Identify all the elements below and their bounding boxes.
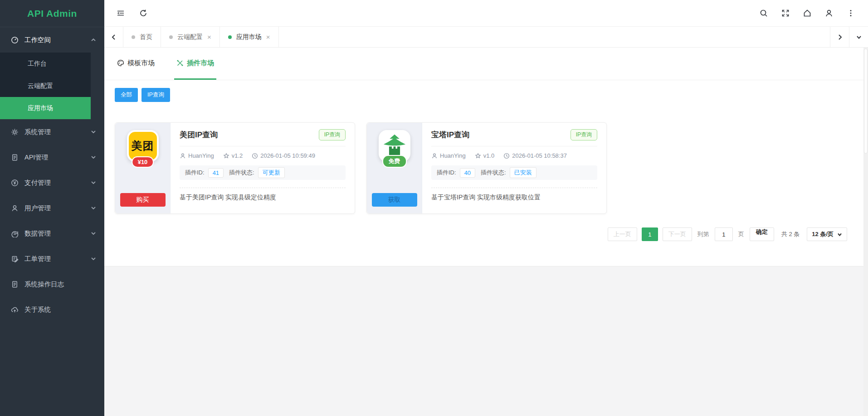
plugin-title: 美团IP查询 xyxy=(180,130,218,140)
price-badge: 免费 xyxy=(382,155,407,168)
sidebar-item-cloud-config[interactable]: 云端配置 xyxy=(0,75,91,97)
tabs-menu-dropdown[interactable] xyxy=(849,27,868,47)
plugin-status-value: 已安装 xyxy=(510,167,536,178)
next-page-button[interactable]: 下一页 xyxy=(663,227,692,241)
sidebar-item-user-mgmt[interactable]: 用户管理 xyxy=(0,195,104,221)
jump-confirm-button[interactable]: 确定 xyxy=(750,227,774,241)
market-tab-label: 插件市场 xyxy=(187,59,214,68)
refresh-icon[interactable] xyxy=(139,9,148,18)
tab-app-market[interactable]: 应用市场 × xyxy=(220,27,279,47)
fullscreen-icon[interactable] xyxy=(781,9,790,18)
tab-dot xyxy=(132,35,135,39)
plugin-meta: HuanYing v1.2 2026-01-05 10:59:49 xyxy=(180,152,346,159)
sidebar-item-about-system[interactable]: 关于系统 xyxy=(0,297,104,322)
sidebar-item-label: 关于系统 xyxy=(24,305,51,314)
version-text: v1.0 xyxy=(483,152,495,159)
tab-label: 首页 xyxy=(140,33,152,41)
sidebar-item-operation-log[interactable]: 系统操作日志 xyxy=(0,271,104,297)
version-star-icon xyxy=(223,153,229,159)
tab-home[interactable]: 首页 xyxy=(123,27,161,47)
plugin-status-label: 插件状态: xyxy=(229,169,254,177)
palette-icon xyxy=(117,59,124,67)
filter-all-button[interactable]: 全部 xyxy=(115,88,138,102)
plugin-card-baota: 免费 获取 宝塔IP查询 IP查询 HuanYing xyxy=(366,122,607,214)
page-tabs-bar: 首页 云端配置 × 应用市场 × xyxy=(104,27,868,48)
category-tag: IP查询 xyxy=(571,129,597,140)
sidebar-item-app-market[interactable]: 应用市场 xyxy=(0,97,91,119)
menu-collapse-icon[interactable] xyxy=(116,9,125,18)
page-1-button[interactable]: 1 xyxy=(642,227,658,241)
filter-ip-query-button[interactable]: IP查询 xyxy=(141,88,170,102)
card-left-panel: 免费 获取 xyxy=(367,123,422,213)
clock-icon xyxy=(503,153,510,159)
chevron-up-icon xyxy=(91,37,96,43)
sidebar-item-workbench[interactable]: 工作台 xyxy=(0,53,91,75)
jump-prefix-label: 到第 xyxy=(697,230,709,238)
plugin-id-value: 40 xyxy=(460,168,475,178)
close-icon[interactable]: × xyxy=(207,34,211,40)
vertical-scrollbar[interactable] xyxy=(863,48,868,416)
tab-template-market[interactable]: 模板市场 xyxy=(115,48,157,80)
author-name: HuanYing xyxy=(188,152,214,159)
tab-dot xyxy=(228,35,232,39)
sidebar-item-label: 用户管理 xyxy=(24,204,51,213)
plugin-status-value: 可更新 xyxy=(258,167,285,178)
sidebar-item-label: API管理 xyxy=(24,153,48,162)
chevron-down-icon xyxy=(91,180,96,185)
prev-page-button[interactable]: 上一页 xyxy=(608,227,637,241)
jump-page-input[interactable] xyxy=(715,227,733,241)
tab-label: 云端配置 xyxy=(177,33,203,41)
card-body: 宝塔IP查询 IP查询 HuanYing v1.0 2026-01-05 10:… xyxy=(422,123,606,213)
chevron-down-icon xyxy=(91,205,96,211)
sidebar-item-label: 系统操作日志 xyxy=(24,280,64,289)
sidebar-item-label: 系统管理 xyxy=(24,128,51,136)
tab-label: 应用市场 xyxy=(236,33,262,41)
plugin-info-bar: 插件ID: 41 插件状态: 可更新 xyxy=(180,165,346,180)
version-star-icon xyxy=(475,153,481,159)
scrollbar-thumb[interactable] xyxy=(864,48,868,154)
plugin-id-label: 插件ID: xyxy=(185,169,205,177)
chevron-down-icon xyxy=(91,129,96,135)
user-icon xyxy=(11,204,19,212)
gauge-icon xyxy=(11,36,19,44)
plugin-meta: HuanYing v1.0 2026-01-05 10:58:37 xyxy=(431,152,597,159)
close-icon[interactable]: × xyxy=(266,34,270,40)
market-tab-label: 模板市场 xyxy=(127,59,155,68)
sidebar-item-label: 工作空间 xyxy=(24,36,51,44)
chevron-down-icon xyxy=(837,232,842,237)
search-icon[interactable] xyxy=(759,9,768,18)
user-icon[interactable] xyxy=(824,9,834,18)
tab-plugin-market[interactable]: 插件市场 xyxy=(174,48,216,80)
get-button[interactable]: 获取 xyxy=(372,193,417,207)
tabs-scroll-right[interactable] xyxy=(830,27,849,47)
app-logo: API Admin xyxy=(0,0,104,27)
more-vertical-icon[interactable] xyxy=(846,9,855,18)
sidebar-item-label: 工单管理 xyxy=(24,255,51,263)
home-icon[interactable] xyxy=(803,9,812,18)
sidebar-item-label: 工作台 xyxy=(28,60,47,68)
plugin-id-label: 插件ID: xyxy=(437,169,456,177)
price-badge: ¥10 xyxy=(132,156,154,168)
sidebar: API Admin 工作空间 工作台 云端配置 应用市场 系统管理 xyxy=(0,0,104,416)
market-tabs: 模板市场 插件市场 xyxy=(104,48,868,80)
buy-button[interactable]: 购买 xyxy=(120,193,166,207)
tab-cloud-config[interactable]: 云端配置 × xyxy=(161,27,220,47)
ticket-edit-icon xyxy=(11,255,19,263)
plugin-card-meituan: 美团 ¥10 购买 美团IP查询 IP查询 xyxy=(115,122,355,214)
page-size-select[interactable]: 12 条/页 xyxy=(807,227,847,241)
plugin-card-list: 美团 ¥10 购买 美团IP查询 IP查询 xyxy=(115,122,868,214)
sidebar-item-system-mgmt[interactable]: 系统管理 xyxy=(0,119,104,145)
sidebar-item-api-mgmt[interactable]: API管理 xyxy=(0,145,104,170)
top-toolbar xyxy=(104,0,868,27)
plugin-info-bar: 插件ID: 40 插件状态: 已安装 xyxy=(431,165,597,180)
sidebar-item-data-mgmt[interactable]: 数据管理 xyxy=(0,221,104,246)
document-icon xyxy=(11,154,19,161)
updated-time: 2026-01-05 10:58:37 xyxy=(512,152,567,159)
tabs-scroll-left[interactable] xyxy=(104,27,123,47)
logo-text: 美团 xyxy=(132,139,154,153)
sidebar-item-payment-mgmt[interactable]: 支付管理 xyxy=(0,170,104,195)
sidebar-item-ticket-mgmt[interactable]: 工单管理 xyxy=(0,246,104,271)
log-icon xyxy=(11,281,19,288)
sidebar-item-workspace[interactable]: 工作空间 xyxy=(0,27,104,53)
pagination: 上一页 1 下一页 到第 页 确定 共 2 条 12 条/页 xyxy=(104,227,868,241)
